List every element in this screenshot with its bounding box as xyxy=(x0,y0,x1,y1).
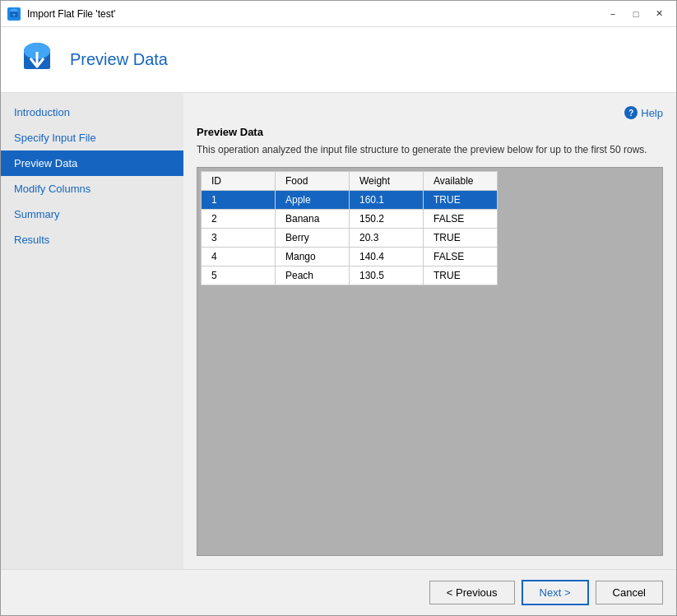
cell-available: TRUE xyxy=(424,228,498,247)
cell-id: 1 xyxy=(202,190,276,209)
minimize-button[interactable]: − xyxy=(602,5,624,23)
cell-food: Peach xyxy=(276,266,350,285)
table-row[interactable]: 3Berry20.3TRUE xyxy=(202,228,498,247)
section-desc: This operation analyzed the input file s… xyxy=(197,143,663,157)
sidebar-item-preview-data[interactable]: Preview Data xyxy=(1,151,183,176)
cell-id: 4 xyxy=(202,247,276,266)
table-row[interactable]: 5Peach130.5TRUE xyxy=(202,266,498,285)
cell-available: TRUE xyxy=(424,266,498,285)
title-bar: Import Flat File 'test' − □ ✕ xyxy=(1,1,676,27)
app-icon xyxy=(7,7,21,21)
col-id: ID xyxy=(202,171,276,190)
cell-weight: 150.2 xyxy=(350,209,424,228)
sidebar-item-introduction[interactable]: Introduction xyxy=(1,100,183,125)
cell-food: Banana xyxy=(276,209,350,228)
cell-available: FALSE xyxy=(424,209,498,228)
col-food: Food xyxy=(276,171,350,190)
col-available: Available xyxy=(424,171,498,190)
data-preview-area: ID Food Weight Available 1Apple160.1TRUE… xyxy=(197,167,663,556)
table-row[interactable]: 4Mango140.4FALSE xyxy=(202,247,498,266)
cell-weight: 130.5 xyxy=(350,266,424,285)
help-row: ? Help xyxy=(197,106,663,119)
next-button[interactable]: Next > xyxy=(522,580,589,605)
previous-button[interactable]: < Previous xyxy=(429,581,515,604)
cell-food: Apple xyxy=(276,190,350,209)
cell-food: Mango xyxy=(276,247,350,266)
header-title: Preview Data xyxy=(70,50,168,69)
window-title: Import Flat File 'test' xyxy=(27,8,602,20)
preview-table: ID Food Weight Available 1Apple160.1TRUE… xyxy=(201,171,498,285)
col-weight: Weight xyxy=(350,171,424,190)
cell-weight: 140.4 xyxy=(350,247,424,266)
sidebar-item-summary[interactable]: Summary xyxy=(1,201,183,227)
header: Preview Data xyxy=(1,27,676,93)
content-area: Introduction Specify Input File Preview … xyxy=(1,93,676,569)
window-controls: − □ ✕ xyxy=(602,5,670,23)
header-icon xyxy=(17,40,57,80)
help-icon: ? xyxy=(624,106,638,119)
cell-weight: 160.1 xyxy=(350,190,424,209)
help-link[interactable]: ? Help xyxy=(624,106,663,119)
cell-id: 3 xyxy=(202,228,276,247)
main-content: ? Help Preview Data This operation analy… xyxy=(183,93,676,569)
sidebar-item-modify-columns[interactable]: Modify Columns xyxy=(1,176,183,201)
footer: < Previous Next > Cancel xyxy=(1,569,676,615)
maximize-button[interactable]: □ xyxy=(625,5,647,23)
cell-available: FALSE xyxy=(424,247,498,266)
cell-weight: 20.3 xyxy=(350,228,424,247)
sidebar: Introduction Specify Input File Preview … xyxy=(1,93,183,569)
sidebar-item-results[interactable]: Results xyxy=(1,227,183,252)
main-window: Import Flat File 'test' − □ ✕ Preview Da… xyxy=(0,0,677,616)
table-header-row: ID Food Weight Available xyxy=(202,171,498,190)
cell-food: Berry xyxy=(276,228,350,247)
cancel-button[interactable]: Cancel xyxy=(596,581,663,604)
table-row[interactable]: 2Banana150.2FALSE xyxy=(202,209,498,228)
close-button[interactable]: ✕ xyxy=(648,5,670,23)
help-label: Help xyxy=(641,107,663,119)
section-title: Preview Data xyxy=(197,126,663,138)
cell-id: 2 xyxy=(202,209,276,228)
sidebar-item-specify-input-file[interactable]: Specify Input File xyxy=(1,125,183,151)
cell-id: 5 xyxy=(202,266,276,285)
cell-available: TRUE xyxy=(424,190,498,209)
table-row[interactable]: 1Apple160.1TRUE xyxy=(202,190,498,209)
